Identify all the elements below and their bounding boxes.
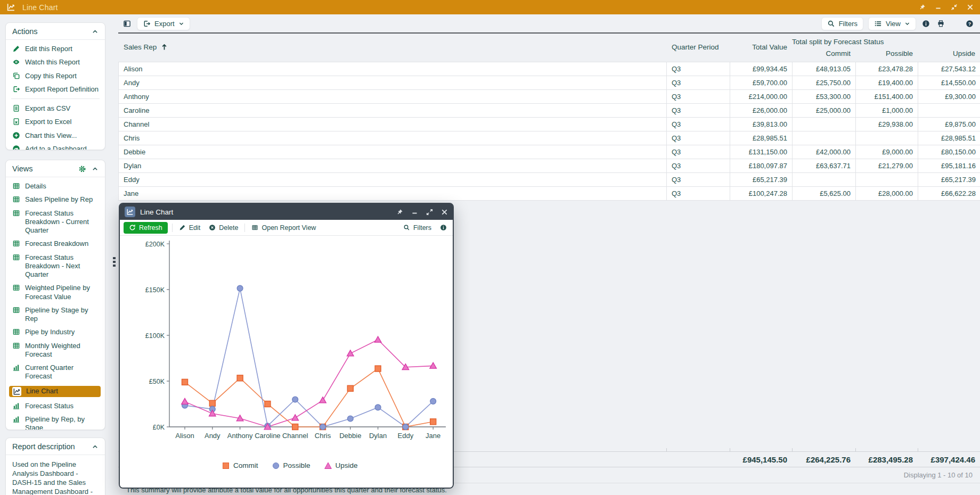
action-item-edit-this-report[interactable]: Edit this Report xyxy=(12,45,100,53)
action-item-export-report-definition[interactable]: Export Report Definition xyxy=(12,85,100,94)
column-header-sales-rep[interactable]: Sales Rep xyxy=(118,34,666,61)
svg-text:Eddy: Eddy xyxy=(398,432,414,440)
grid-icon xyxy=(251,224,258,231)
item-label: Add to a Dashboard... xyxy=(25,145,92,150)
column-header-quarter-period[interactable]: Quarter Period xyxy=(666,34,730,61)
cell-total_value: £39,813.00 xyxy=(730,118,793,131)
table-row-andy[interactable]: AndyQ3£59,700.00£25,750.00£19,400.00£14,… xyxy=(118,76,980,90)
view-button[interactable]: View xyxy=(868,17,916,30)
expand-icon[interactable] xyxy=(426,209,433,216)
cell-quarter: Q3 xyxy=(667,173,730,186)
cell-quarter: Q3 xyxy=(667,76,730,89)
table-row-channel[interactable]: ChannelQ3£39,813.00£29,938.00£9,875.00 xyxy=(118,118,980,131)
view-item-current-quarter-forecast[interactable]: Current Quarter Forecast xyxy=(12,364,100,381)
svg-text:Jane: Jane xyxy=(426,432,440,440)
cell-possible: £28,000.00 xyxy=(856,187,918,200)
upside-sum: £397,424.46 xyxy=(918,455,980,464)
view-item-weighted-pipeline-by-forecast-value[interactable]: Weighted Pipeline by Forecast Value xyxy=(12,284,100,301)
action-item-add-to-a-dashboard[interactable]: Add to a Dashboard... xyxy=(12,145,100,150)
view-item-forecast-breakdown[interactable]: Forecast Breakdown xyxy=(12,240,100,248)
help-button[interactable]: ? xyxy=(965,19,975,29)
chart-legend: CommitPossibleUpside xyxy=(222,461,358,469)
close-icon[interactable] xyxy=(967,4,974,11)
chevron-up-icon[interactable] xyxy=(92,166,99,172)
table-row-anthony[interactable]: AnthonyQ3£214,000.00£53,300.00£151,400.0… xyxy=(118,90,980,104)
table-row-caroline[interactable]: CarolineQ3£26,000.00£25,000.00£1,000.00 xyxy=(118,104,980,118)
column-header-upside[interactable]: Upside xyxy=(918,50,980,57)
cell-possible: £9,000.00 xyxy=(856,145,918,159)
item-label: Forecast Status Breakdown - Next Quarter xyxy=(25,253,100,279)
view-item-pipe-by-industry[interactable]: Pipe by Industry xyxy=(12,328,100,336)
chevron-up-icon[interactable] xyxy=(92,443,99,450)
table-row-alison[interactable]: AlisonQ3£99,934.45£48,913.05£23,478.28£2… xyxy=(118,62,980,76)
table-row-jane[interactable]: JaneQ3£100,247.28£5,625.00£28,000.00£66,… xyxy=(118,187,980,201)
toggle-sidebar-button[interactable] xyxy=(122,19,132,29)
view-item-details[interactable]: Details xyxy=(12,182,100,191)
view-item-pipeline-by-rep-by-stage[interactable]: Pipeline by Rep, by Stage xyxy=(12,415,100,430)
chart-filters-button[interactable]: Filters xyxy=(401,222,434,233)
filters-button[interactable]: Filters xyxy=(821,17,863,30)
circle-swatch-icon xyxy=(272,462,280,469)
view-item-monthly-weighted-forecast[interactable]: Monthly Weighted Forecast xyxy=(12,342,100,359)
chevron-up-icon[interactable] xyxy=(92,28,99,35)
action-item-copy-this-report[interactable]: Copy this Report xyxy=(12,72,100,80)
data-point xyxy=(320,397,326,403)
sidebar-splitter-handle[interactable] xyxy=(113,257,116,270)
chart-window-controls xyxy=(396,209,448,216)
view-item-forecast-status[interactable]: Forecast Status xyxy=(12,402,100,410)
action-item-watch-this-report[interactable]: Watch this Report xyxy=(12,58,100,67)
chart-info-button[interactable] xyxy=(438,222,449,233)
item-label: Watch this Report xyxy=(25,58,80,67)
chevron-down-icon xyxy=(178,21,184,27)
column-header-commit[interactable]: Commit xyxy=(792,50,855,57)
cell-total_value: £131,150.00 xyxy=(730,145,793,159)
dashboard-icon xyxy=(12,145,20,150)
minus-icon[interactable] xyxy=(935,4,942,11)
cell-commit: £25,000.00 xyxy=(793,104,856,117)
print-button[interactable] xyxy=(936,19,946,29)
grid-icon xyxy=(12,328,20,336)
group-header-forecast-status: Total split by Forecast Status xyxy=(792,38,980,46)
edit-button[interactable]: Edit xyxy=(177,222,203,233)
cell-upside xyxy=(918,104,980,117)
pin-icon[interactable] xyxy=(919,4,926,11)
column-header-total-value[interactable]: Total Value xyxy=(730,34,792,61)
data-point xyxy=(182,398,189,404)
bar-chart-icon xyxy=(12,415,20,423)
export-button[interactable]: Export xyxy=(137,17,190,30)
sidebar-toggle-icon xyxy=(123,20,131,28)
table-row-eddy[interactable]: EddyQ3£65,217.39£65,217.39 xyxy=(118,173,980,187)
gear-icon[interactable] xyxy=(78,165,86,173)
table-row-debbie[interactable]: DebbieQ3£131,150.00£42,000.00£9,000.00£8… xyxy=(118,145,980,159)
pin-icon[interactable] xyxy=(396,209,403,216)
grid-icon xyxy=(12,284,20,292)
compress-icon[interactable] xyxy=(951,4,958,11)
column-header-possible[interactable]: Possible xyxy=(855,50,918,57)
refresh-button[interactable]: Refresh xyxy=(124,222,168,234)
chart-window-title-bar[interactable]: Line Chart xyxy=(120,204,453,220)
table-row-dylan[interactable]: DylanQ3£180,097.87£63,637.71£21,279.00£9… xyxy=(118,159,980,173)
grid-icon xyxy=(12,342,20,350)
action-item-export-as-csv[interactable]: Export as CSV xyxy=(12,104,100,113)
action-item-chart-this-view[interactable]: Chart this View... xyxy=(12,131,100,140)
data-point xyxy=(292,424,298,430)
minus-icon[interactable] xyxy=(411,209,418,216)
table-row-chris[interactable]: ChrisQ3£28,985.51£28,985.51 xyxy=(118,131,980,145)
delete-button-label: Delete xyxy=(219,224,238,232)
view-item-pipeline-by-stage-by-rep[interactable]: Pipeline by Stage by Rep xyxy=(12,306,100,324)
data-point xyxy=(430,419,436,425)
view-item-line-chart[interactable]: Line Chart xyxy=(9,386,101,397)
view-item-forecast-status-breakdown-current-quarter[interactable]: Forecast Status Breakdown - Current Quar… xyxy=(12,209,100,235)
toolbar-separator xyxy=(244,224,245,232)
view-item-forecast-status-breakdown-next-quarter[interactable]: Forecast Status Breakdown - Next Quarter xyxy=(12,253,100,279)
item-label: Forecast Status xyxy=(25,402,74,410)
action-item-export-to-excel[interactable]: Export to Excel xyxy=(12,118,100,126)
report-description-title: Report description xyxy=(12,442,92,451)
close-icon[interactable] xyxy=(441,209,448,216)
view-item-sales-pipeline-by-rep[interactable]: Sales Pipeline by Rep xyxy=(12,195,100,204)
info-button[interactable] xyxy=(921,19,931,29)
delete-button[interactable]: Delete xyxy=(207,222,240,233)
item-label: Forecast Breakdown xyxy=(25,240,88,248)
plus-circle-icon xyxy=(12,131,20,139)
open-report-view-button[interactable]: Open Report View xyxy=(249,222,318,233)
